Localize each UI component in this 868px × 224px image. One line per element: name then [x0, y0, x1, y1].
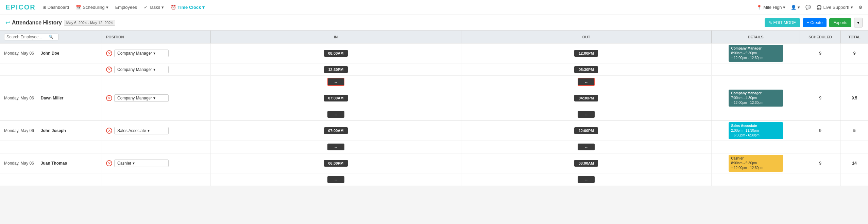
- in-time-button[interactable]: --: [327, 176, 344, 183]
- search-input[interactable]: [6, 35, 47, 39]
- day-label: Monday, May 06: [4, 51, 34, 56]
- nav-tasks[interactable]: ✓ Tasks ▾: [144, 5, 164, 10]
- employee-search-box[interactable]: 🔍: [4, 34, 58, 40]
- day-name-cell: Monday, May 06John Doe: [0, 43, 102, 63]
- out-time-cell: --: [461, 76, 712, 88]
- day-name-cell: [0, 76, 102, 88]
- details-cell: [712, 141, 800, 153]
- employee-name: John Doe: [41, 51, 59, 56]
- delete-entry-button[interactable]: ✕: [106, 160, 112, 166]
- table-row: Monday, May 06Dawn Miller✕Company Manage…: [0, 88, 868, 108]
- nav-scheduling[interactable]: 📅 Scheduling ▾: [76, 5, 108, 10]
- top-navigation: EPICOR ⊞ Dashboard 📅 Scheduling ▾ Employ…: [0, 0, 868, 15]
- position-label: Company Manager: [117, 51, 152, 56]
- column-day: 🔍: [0, 31, 102, 43]
- exports-button[interactable]: Exports: [829, 18, 851, 27]
- details-cell: Cashier8:00am - 5:30pm↑ 12:00pm - 12:30p…: [712, 153, 800, 173]
- page-title-area: ↩ Attendance History May 6, 2024 - May 1…: [5, 19, 115, 26]
- out-time-button[interactable]: 05:30PM: [574, 66, 598, 73]
- delete-entry-button[interactable]: ✕: [106, 95, 112, 101]
- scheduled-cell: [800, 173, 841, 186]
- app-logo: EPICOR: [5, 3, 36, 11]
- in-time-button[interactable]: --: [327, 111, 344, 118]
- clock-icon: ⏰: [171, 5, 176, 10]
- chevron-down-icon: ▾: [153, 96, 155, 100]
- in-time-button[interactable]: 08:00AM: [324, 50, 348, 57]
- in-time-cell: 12:30PM: [211, 63, 461, 75]
- in-time-button[interactable]: 06:00PM: [324, 160, 348, 167]
- scheduled-cell: [800, 63, 841, 75]
- out-time-button[interactable]: --: [578, 144, 595, 150]
- total-cell: 14: [841, 153, 868, 173]
- out-time-button[interactable]: 04:30PM: [574, 95, 598, 101]
- undo-icon[interactable]: ↩: [5, 19, 10, 26]
- position-cell: ✕Company Manager ▾: [102, 63, 211, 75]
- edit-mode-button[interactable]: ✎ EDIT MODE: [765, 18, 800, 27]
- position-dropdown[interactable]: Cashier ▾: [114, 160, 169, 167]
- sub-header-right: ✎ EDIT MODE + Create Exports ▾: [765, 18, 863, 27]
- create-button[interactable]: + Create: [803, 18, 827, 27]
- in-time-button[interactable]: --: [327, 78, 344, 86]
- day-name-cell: [0, 173, 102, 186]
- headset-icon: 🎧: [816, 5, 822, 10]
- dashboard-icon: ⊞: [42, 5, 46, 10]
- out-time-button[interactable]: --: [578, 111, 595, 118]
- out-time-button[interactable]: --: [578, 78, 595, 86]
- employee-group: Monday, May 06John Joseph✕Sales Associat…: [0, 121, 868, 153]
- out-time-cell: 04:30PM: [461, 88, 712, 108]
- in-time-button[interactable]: 07:00AM: [324, 95, 348, 101]
- in-time-button[interactable]: --: [327, 144, 344, 150]
- delete-entry-button[interactable]: ✕: [106, 67, 112, 73]
- total-cell: 9.5: [841, 88, 868, 108]
- employee-name: Juan Thomas: [41, 161, 67, 166]
- out-time-button[interactable]: 08:00AM: [574, 160, 598, 167]
- position-dropdown[interactable]: Sales Associate ▾: [114, 127, 169, 134]
- scheduled-cell: [800, 76, 841, 88]
- position-dropdown[interactable]: Company Manager ▾: [114, 50, 169, 57]
- nav-settings[interactable]: ⚙: [858, 5, 863, 10]
- position-label: Cashier: [117, 161, 131, 166]
- column-scheduled: SCHEDULED: [800, 31, 841, 43]
- in-time-cell: 07:00AM: [211, 88, 461, 108]
- position-dropdown[interactable]: Company Manager ▾: [114, 66, 169, 73]
- date-range-picker[interactable]: May 6, 2024 - May 12, 2024: [64, 20, 115, 26]
- day-label: Monday, May 06: [4, 161, 34, 166]
- nav-dashboard[interactable]: ⊞ Dashboard: [42, 5, 69, 10]
- position-dropdown[interactable]: Company Manager ▾: [114, 94, 169, 102]
- out-time-button[interactable]: --: [578, 176, 595, 183]
- delete-entry-button[interactable]: ✕: [106, 128, 112, 134]
- details-badge: Company Manager8:00am - 5:30pm↑ 12:00pm …: [729, 45, 783, 62]
- nav-user[interactable]: 👤 ▾: [791, 5, 800, 10]
- out-time-button[interactable]: 12:00PM: [574, 50, 598, 57]
- details-cell: Company Manager8:00am - 5:30pm↑ 12:00pm …: [712, 43, 800, 63]
- column-in: IN: [211, 31, 461, 43]
- exports-dropdown-button[interactable]: ▾: [854, 18, 863, 27]
- day-name-cell: [0, 108, 102, 120]
- nav-messages[interactable]: 💬: [805, 5, 811, 10]
- employee-name: John Joseph: [41, 128, 66, 133]
- position-cell: ✕Company Manager ▾: [102, 43, 211, 63]
- nav-left: EPICOR ⊞ Dashboard 📅 Scheduling ▾ Employ…: [5, 3, 205, 11]
- day-name-cell: Monday, May 06Dawn Miller: [0, 88, 102, 108]
- nav-employees[interactable]: Employees: [115, 5, 137, 10]
- in-time-cell: 07:00AM: [211, 121, 461, 141]
- in-time-button[interactable]: 07:00AM: [324, 127, 348, 134]
- nav-support[interactable]: 🎧 Live Support! ▾: [816, 5, 853, 10]
- out-time-cell: --: [461, 173, 712, 186]
- table-row: Monday, May 06John Joseph✕Sales Associat…: [0, 121, 868, 141]
- chevron-down-icon-tasks: ▾: [161, 5, 164, 10]
- details-badge: Cashier8:00am - 5:30pm↑ 12:00pm - 12:30p…: [729, 155, 783, 172]
- total-cell: [841, 173, 868, 186]
- nav-timeclock[interactable]: ⏰ Time Clock ▾: [171, 5, 205, 10]
- details-cell: [712, 173, 800, 186]
- delete-entry-button[interactable]: ✕: [106, 50, 112, 56]
- nav-location[interactable]: 📍 Mile High ▾: [756, 5, 785, 10]
- in-time-button[interactable]: 12:30PM: [324, 66, 348, 73]
- out-time-cell: 12:00PM: [461, 121, 712, 141]
- table-row: ✕Company Manager ▾12:30PM05:30PM: [0, 63, 868, 76]
- user-icon: 👤: [791, 5, 796, 10]
- in-time-cell: --: [211, 173, 461, 186]
- in-time-cell: 06:00PM: [211, 153, 461, 173]
- out-time-button[interactable]: 12:00PM: [574, 127, 598, 134]
- scheduled-cell: [800, 108, 841, 120]
